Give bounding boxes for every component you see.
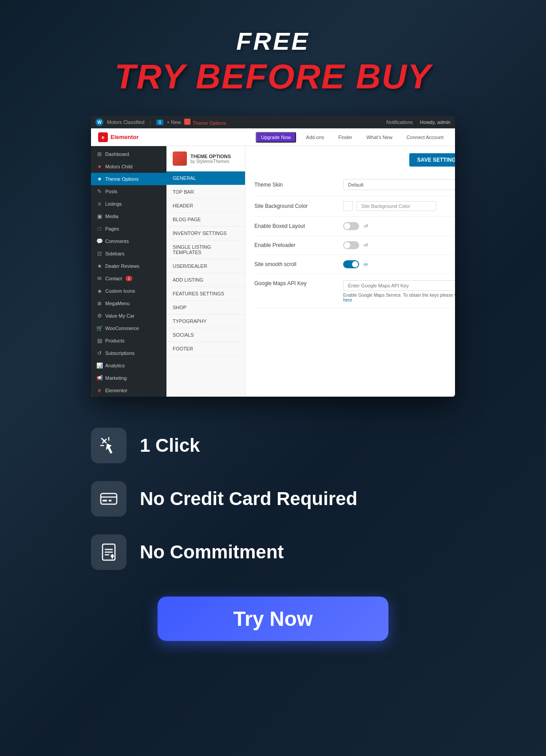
svg-rect-2 [103,500,107,501]
upgrade-button[interactable]: Upgrade Now [256,132,296,143]
sidebar-item-marketing[interactable]: 📢 Marketing [91,372,166,384]
addons-button[interactable]: Add-ons [301,133,328,142]
try-before-buy-label: TRY BEFORE BUY [115,59,431,94]
contact-badge: 1 [126,276,132,281]
elementor-logo: e Elementor [98,132,139,142]
to-nav-general[interactable]: GENERAL [166,171,245,185]
theme-options-bar-label: Theme Options [184,119,226,126]
sidebar-item-comments[interactable]: 💬 Comments [91,235,166,247]
sidebar-item-elementor[interactable]: e Elementor [91,384,166,397]
sidebar-item-megamenu[interactable]: ≣ MegaMenu [91,297,166,310]
to-header: THEME OPTIONS by StylemixThemes [166,146,245,171]
to-nav-add-listing[interactable]: ADD LISTING [166,273,245,287]
to-subtitle: by StylemixThemes [190,159,231,164]
to-nav-typography[interactable]: TYPOGRAPHY [166,314,245,328]
sidebar-item-custom-icons[interactable]: ◈ Custom Icons [91,285,166,297]
save-settings-button[interactable]: SAVE SETTINGS [409,153,455,167]
notifications-label[interactable]: Notifications [386,119,413,125]
marketing-icon: 📢 [96,375,103,381]
contact-icon: ✉ [96,275,103,282]
wp-main-content: THEME OPTIONS by StylemixThemes GENERAL … [166,146,455,397]
smooth-scroll-control: on [343,260,455,268]
theme-skin-label: Theme Skin [254,182,343,188]
setting-row-bg-color: Site Background Color Site Background Co… [254,196,455,217]
feature-text-click: 1 Click [140,435,200,456]
counter-badge: 0 [156,119,163,125]
connect-button[interactable]: Connect Account [402,133,448,142]
gmaps-control: Enable Google Maps Service. To obtain th… [343,280,455,302]
smooth-scroll-label: Site smooth scroll [254,261,343,267]
to-nav-user-dealer[interactable]: USER/DEALER [166,259,245,273]
wp-admin-main: ⊞ Dashboard ★ Motors Child ★ Theme Optio… [91,146,455,397]
try-now-button[interactable]: Try Now [158,597,388,641]
svg-rect-3 [109,500,111,501]
to-nav-single-listing[interactable]: SINGLE LISTING TEMPLATES [166,240,245,259]
click-icon-box [91,428,127,463]
feature-text-card: No Credit Card Required [140,488,357,509]
bg-color-label: Site Background Color [254,203,343,209]
to-nav-features[interactable]: FEATURES SETTINGS [166,287,245,301]
sidebar-item-posts[interactable]: ✎ Posts [91,185,166,198]
to-logo [173,151,187,166]
to-nav-socials[interactable]: SOCIALS [166,328,245,342]
theme-skin-control: Default ▾ [343,179,455,190]
media-icon: ▣ [96,213,103,219]
sidebar-item-contact[interactable]: ✉ Contact 1 [91,272,166,285]
to-nav-blog[interactable]: BLOG PAGE [166,213,245,227]
preloader-toggle[interactable] [343,241,359,249]
color-label-text[interactable]: Site Background Color [356,201,436,211]
setting-row-preloader: Enable Preloader off [254,236,455,255]
posts-icon: ✎ [96,188,103,195]
setting-row-smooth-scroll: Site smooth scroll on [254,255,455,274]
sidebar-item-products[interactable]: ▤ Products [91,334,166,347]
setting-row-boxed-layout: Enable Boxed Layout off [254,217,455,236]
sidebar-item-woocommerce[interactable]: 🛒 WooCommerce [91,322,166,334]
whats-new-button[interactable]: What's New [362,133,396,142]
new-button[interactable]: + New [167,119,181,125]
elementor-sidebar-icon: e [96,387,103,394]
boxed-layout-toggle[interactable] [343,222,359,230]
finder-button[interactable]: Finder [334,133,356,142]
sidebar-item-analytics[interactable]: 📊 Analytics [91,359,166,372]
color-row: Site Background Color [343,201,455,211]
feature-text-doc: No Commitment [140,541,284,563]
card-icon-box [91,481,127,517]
color-swatch[interactable] [343,201,353,211]
preloader-control: off [343,241,455,249]
sidebar-item-motors-child[interactable]: ★ Motors Child [91,160,166,173]
gmaps-input[interactable] [343,280,455,291]
svg-rect-0 [101,493,117,504]
to-nav-header[interactable]: HEADER [166,199,245,213]
sidebars-icon: ⊡ [96,251,103,257]
gmaps-link[interactable]: here [343,298,352,302]
wp-admin-bar: W Motors Classified | 0 + New Theme Opti… [91,116,455,128]
gmaps-label: Google Maps API Key [254,280,343,286]
theme-options-main: SAVE SETTINGS Theme Skin Default ▾ [245,146,455,397]
sidebar-item-value-my-car[interactable]: ⚙ Value My Car [91,310,166,322]
try-now-label: Try Now [233,607,313,631]
sidebar-item-theme-options[interactable]: ★ Theme Options [91,173,166,185]
to-nav-top-bar[interactable]: TOP BAR [166,185,245,199]
sidebar-item-pages[interactable]: □ Pages [91,223,166,235]
pages-icon: □ [96,226,103,232]
theme-options-sidebar: THEME OPTIONS by StylemixThemes GENERAL … [166,146,245,397]
sidebar-item-listings[interactable]: ≡ Listings [91,198,166,210]
sidebar-item-sidebars[interactable]: ⊡ Sidebars [91,247,166,260]
theme-skin-dropdown[interactable]: Default ▾ [343,179,455,190]
sidebar-item-dealer-reviews[interactable]: ★ Dealer Reviews [91,260,166,272]
preloader-label: Enable Preloader [254,242,343,248]
to-nav-inventory[interactable]: INVENTORY SETTINGS [166,227,245,240]
elementor-bar: e Elementor Upgrade Now Add-ons Finder W… [91,128,455,146]
howdy-label: Howdy, admin [420,119,451,125]
sidebar-item-subscriptions[interactable]: ↺ Subscriptions [91,347,166,359]
to-nav-shop[interactable]: SHOP [166,301,245,314]
sidebar-item-dashboard[interactable]: ⊞ Dashboard [91,148,166,160]
sidebar-item-media[interactable]: ▣ Media [91,210,166,223]
features-section: 1 Click No Credit Card Required [91,428,455,570]
smooth-scroll-toggle[interactable] [343,260,359,268]
to-nav-footer[interactable]: FOOTER [166,342,245,356]
doc-icon [99,542,119,562]
feature-item-click: 1 Click [91,428,455,463]
smooth-scroll-toggle-label: on [364,262,368,267]
comments-icon: 💬 [96,238,103,244]
